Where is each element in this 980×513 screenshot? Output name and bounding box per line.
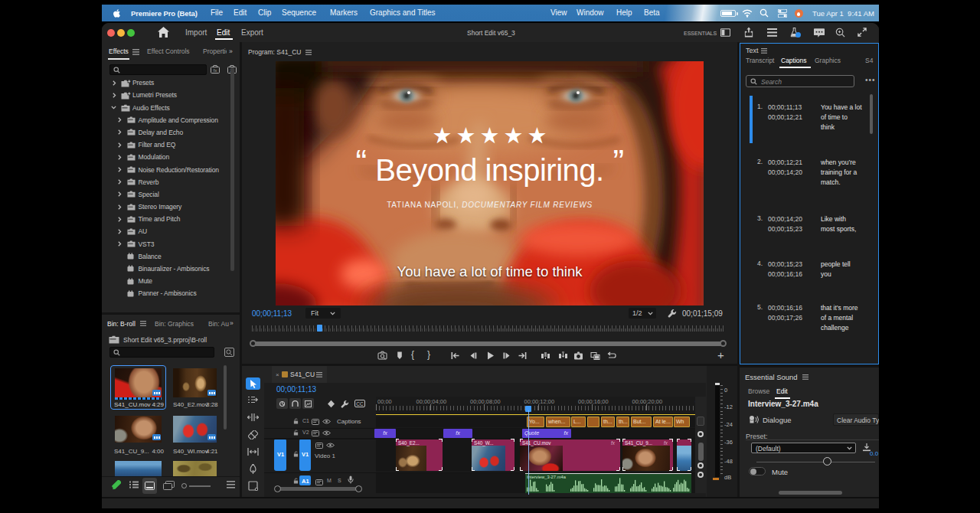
- svg-text:fx: fx: [214, 68, 217, 73]
